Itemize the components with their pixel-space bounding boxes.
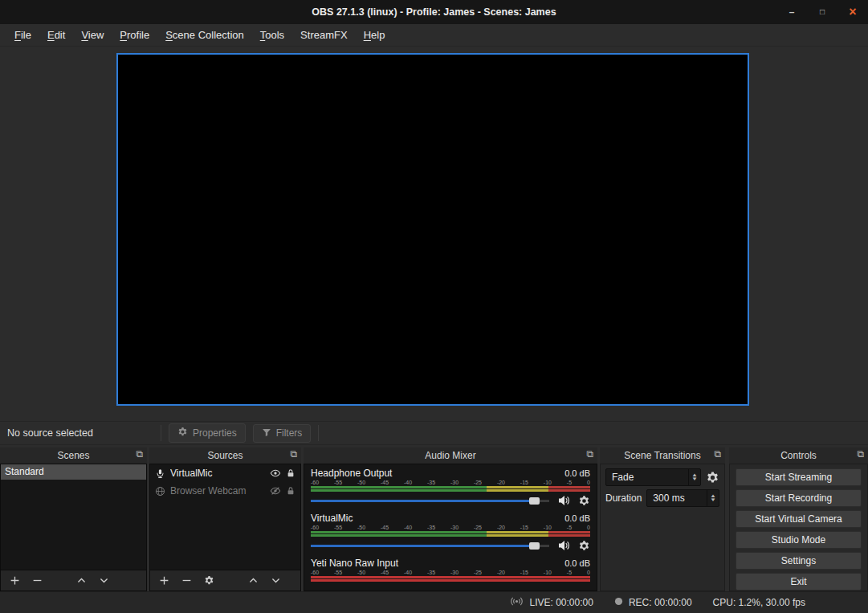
duration-value[interactable]: 300 ms: [647, 490, 707, 506]
transitions-body: Fade ▲ ▼ Duration 300 ms: [600, 464, 725, 591]
spin-down-icon[interactable]: ▼: [691, 477, 698, 481]
menu-view[interactable]: View: [73, 26, 112, 44]
remove-source-button[interactable]: [181, 575, 192, 586]
source-down-button[interactable]: [271, 575, 281, 586]
slider-handle[interactable]: [529, 497, 540, 505]
popout-icon[interactable]: ⧉: [290, 448, 297, 460]
level-meter: [311, 531, 590, 537]
cpu-fps-text: CPU: 1.2%, 30.00 fps: [713, 597, 805, 608]
title-bar: OBS 27.1.3 (linux) - Profile: James - Sc…: [0, 0, 868, 24]
scene-down-button[interactable]: [99, 575, 109, 586]
no-source-label: No source selected: [0, 427, 161, 439]
studio-mode-button[interactable]: Studio Mode: [736, 531, 862, 549]
audio-mixer-body: Headphone Output 0.0 dB -60-55-50-45-40-…: [304, 464, 597, 591]
eye-slash-icon[interactable]: [270, 485, 281, 497]
combo-spinner[interactable]: ▲ ▼: [688, 469, 700, 485]
level-meter: [311, 576, 590, 582]
slider-handle[interactable]: [529, 542, 540, 550]
add-source-button[interactable]: [159, 575, 169, 586]
live-time: LIVE: 00:00:00: [529, 597, 593, 608]
source-list: VirtualMic Browser Webcam: [149, 464, 301, 570]
channel-gear-icon[interactable]: [578, 495, 590, 507]
scene-up-button[interactable]: [76, 575, 87, 586]
menu-profile[interactable]: Profile: [112, 26, 157, 44]
transition-select[interactable]: Fade ▲ ▼: [605, 468, 701, 486]
gear-icon: [177, 427, 188, 439]
channel-db-value: 0.0 dB: [564, 513, 590, 523]
menu-help[interactable]: Help: [356, 26, 393, 44]
channel-gear-icon[interactable]: [578, 540, 590, 552]
controls-header: Controls ⧉: [729, 447, 868, 464]
menu-edit[interactable]: Edit: [39, 26, 73, 44]
add-scene-button[interactable]: [10, 575, 20, 586]
controls-body: Start Streaming Start Recording Start Vi…: [729, 464, 868, 591]
popout-icon[interactable]: ⧉: [586, 448, 593, 460]
status-bar: LIVE: 00:00:00 REC: 00:00:00 CPU: 1.2%, …: [0, 591, 868, 613]
volume-slider[interactable]: [311, 495, 549, 506]
close-button[interactable]: ×: [847, 6, 858, 18]
level-meter: [311, 486, 590, 492]
spin-down-icon[interactable]: ▼: [710, 498, 716, 502]
filters-button[interactable]: Filters: [253, 424, 312, 443]
scenes-dock: Scenes ⧉ Standard: [0, 447, 147, 591]
source-up-button[interactable]: [248, 575, 259, 586]
popout-icon[interactable]: ⧉: [136, 448, 143, 460]
menu-scene-collection[interactable]: Scene Collection: [157, 26, 252, 44]
scene-list: Standard: [0, 464, 147, 570]
menu-bar: File Edit View Profile Scene Collection …: [0, 24, 868, 47]
exit-button[interactable]: Exit: [736, 573, 862, 591]
scene-row-standard[interactable]: Standard: [1, 464, 146, 480]
preview-canvas[interactable]: [116, 53, 749, 406]
window-buttons: – □ ×: [786, 0, 858, 24]
record-dot-icon: [614, 597, 623, 608]
meter-scale: -60-55-50-45-40-35-30-25-20-15-10-50: [311, 570, 590, 575]
remove-scene-button[interactable]: [32, 575, 43, 586]
sources-dock: Sources ⧉ VirtualMic: [149, 447, 301, 591]
maximize-button[interactable]: □: [817, 8, 828, 16]
obs-window: OBS 27.1.3 (linux) - Profile: James - Sc…: [0, 0, 868, 613]
cpu-fps-status: CPU: 1.2%, 30.00 fps: [713, 597, 805, 608]
microphone-icon: [155, 468, 165, 479]
scene-transitions-dock: Scene Transitions ⧉ Fade ▲ ▼: [600, 447, 725, 591]
start-recording-button[interactable]: Start Recording: [736, 489, 862, 507]
channel-name: Headphone Output: [311, 468, 392, 479]
transitions-header: Scene Transitions ⧉: [600, 447, 725, 464]
menu-streamfx[interactable]: StreamFX: [292, 26, 356, 44]
source-row-browser-webcam[interactable]: Browser Webcam: [150, 482, 300, 500]
menu-tools[interactable]: Tools: [252, 26, 292, 44]
globe-icon: [155, 486, 165, 497]
meter-scale: -60-55-50-45-40-35-30-25-20-15-10-50: [311, 525, 590, 530]
menu-file[interactable]: File: [6, 26, 39, 44]
scenes-header: Scenes ⧉: [0, 447, 147, 464]
rec-status: REC: 00:00:00: [614, 597, 692, 608]
eye-icon[interactable]: [270, 468, 281, 479]
audio-mixer-title: Audio Mixer: [425, 450, 475, 461]
meter-scale: -60-55-50-45-40-35-30-25-20-15-10-50: [311, 480, 590, 485]
source-properties-gear-icon[interactable]: [204, 575, 214, 586]
lock-icon[interactable]: [286, 486, 295, 496]
sources-title: Sources: [207, 450, 242, 461]
mixer-channel-headphone-output: Headphone Output 0.0 dB -60-55-50-45-40-…: [311, 468, 590, 507]
duration-label: Duration: [605, 492, 642, 504]
start-virtual-camera-button[interactable]: Start Virtual Camera: [736, 510, 862, 528]
popout-icon[interactable]: ⧉: [714, 448, 721, 460]
speaker-icon[interactable]: [557, 539, 570, 552]
properties-label: Properties: [193, 427, 237, 439]
duration-spinner[interactable]: ▲ ▼: [707, 490, 719, 506]
popout-icon[interactable]: ⧉: [857, 448, 864, 460]
source-row-virtualmic[interactable]: VirtualMic: [150, 464, 300, 482]
transition-gear-icon[interactable]: [706, 471, 719, 484]
settings-button[interactable]: Settings: [736, 552, 862, 570]
filter-icon: [262, 427, 271, 439]
minimize-button[interactable]: –: [786, 7, 797, 17]
transitions-title: Scene Transitions: [624, 450, 700, 461]
start-streaming-button[interactable]: Start Streaming: [736, 468, 862, 486]
speaker-icon[interactable]: [557, 494, 570, 507]
properties-button[interactable]: Properties: [169, 423, 246, 443]
duration-spinbox[interactable]: 300 ms ▲ ▼: [646, 489, 719, 507]
controls-title: Controls: [780, 450, 817, 461]
source-toolbar: No source selected Properties Filters: [0, 421, 868, 445]
rec-time: REC: 00:00:00: [629, 597, 692, 608]
volume-slider[interactable]: [311, 540, 549, 551]
lock-icon[interactable]: [286, 468, 295, 478]
